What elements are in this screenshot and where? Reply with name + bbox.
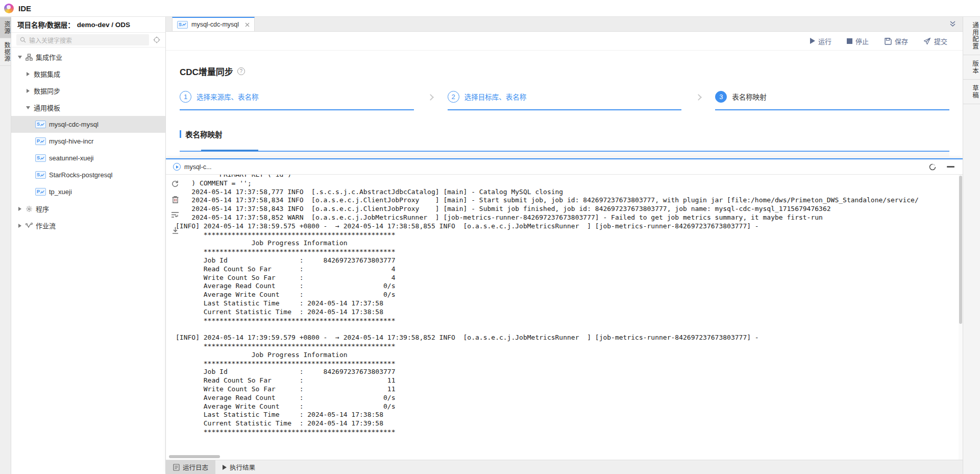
step-1-select-source[interactable]: 1 选择来源库、表名称 (180, 90, 414, 110)
tree-node-label: 数据同步 (34, 86, 60, 96)
tree-leaf-seatunnel-xueji[interactable]: S seatunnel-xueji (11, 150, 165, 167)
tab-exec-result[interactable]: 执行结果 (215, 460, 262, 474)
log-vertical-scrollbar[interactable] (959, 175, 963, 460)
chevron-right-icon (427, 94, 434, 101)
tree-node-label: 通用模板 (34, 103, 60, 112)
rail-tab-draft[interactable]: 草稿 (963, 80, 980, 104)
log-tab-mysql-c[interactable]: mysql-c... (166, 159, 219, 174)
stop-button[interactable]: 停止 (847, 36, 869, 46)
editor-toolbar: 运行 停止 保存 提交 (166, 32, 963, 51)
play-circle-icon (173, 163, 181, 171)
collapse-arrow-icon[interactable] (26, 88, 31, 93)
collapse-arrow-icon[interactable] (17, 223, 22, 228)
job-type-badge: S (35, 121, 46, 128)
expand-arrow-icon[interactable] (26, 105, 31, 110)
tree-node-programs[interactable]: 程序 (11, 200, 165, 217)
mini-chart-icon (182, 22, 186, 27)
reload-icon[interactable] (171, 180, 179, 188)
log-tab-label: mysql-c... (184, 163, 211, 171)
section-marker (180, 130, 181, 138)
editor-content: CDC增量同步 ? 1 选择来源库、表名称 2 选择目标库、表名称 (166, 51, 963, 157)
tree-node-common-templates[interactable]: 通用模板 (11, 99, 165, 116)
editor-tab-label: mysql-cdc-mysql (191, 21, 239, 28)
log-panel: mysql-c... PRIMARY KEY ( id ) ) COMMENT … (166, 158, 963, 474)
rail-tab-general-config[interactable]: 通用配置 (963, 17, 980, 55)
log-output[interactable]: PRIMARY KEY ( id ) ) COMMENT = ''; 2024-… (176, 175, 963, 437)
gear-icon (26, 205, 33, 212)
chevron-right-icon (695, 94, 702, 101)
trash-icon[interactable] (172, 196, 179, 204)
tree-leaf-mysql-cdc-mysql[interactable]: S mysql-cdc-mysql (11, 116, 165, 133)
step-label: 表名称映射 (732, 91, 767, 102)
left-rail: 资源 数据源 (0, 17, 11, 474)
step-number: 1 (180, 91, 191, 103)
project-header: 项目名称/数据层： demo-dev / ODS (11, 17, 165, 32)
log-bottom-tabs: 运行日志 执行结果 (166, 460, 963, 474)
refresh-spinner-icon[interactable] (928, 163, 937, 171)
tree-leaf-label: tp_xueji (49, 188, 72, 196)
job-type-badge: P (35, 137, 46, 145)
paper-plane-icon (923, 37, 931, 45)
search-row: 输入关键字搜索 (11, 32, 165, 48)
chevron-double-down-icon[interactable] (949, 20, 957, 28)
tree-node-data-sync[interactable]: 数据同步 (11, 82, 165, 99)
mini-chart-icon (40, 156, 44, 160)
wizard-steps: 1 选择来源库、表名称 2 选择目标库、表名称 3 表名称映射 (180, 90, 949, 110)
rail-tab-datasources[interactable]: 数据源 (0, 38, 11, 66)
log-horizontal-scrollbar[interactable] (169, 455, 220, 458)
job-type-badge: S (35, 171, 46, 179)
rail-tab-version[interactable]: 版本 (963, 55, 980, 80)
run-icon (810, 38, 815, 44)
right-rail: 通用配置 版本 草稿 (963, 17, 980, 474)
expand-arrow-icon[interactable] (17, 55, 22, 60)
tree-leaf-label: mysql-hive-incr (49, 137, 93, 145)
tree-node-integration-jobs[interactable]: 集成作业 (11, 49, 165, 65)
minimize-icon[interactable] (947, 166, 954, 168)
search-icon (20, 37, 26, 43)
locate-icon[interactable] (153, 36, 160, 43)
tree-node-data-integration[interactable]: 数据集成 (11, 65, 165, 82)
help-icon[interactable]: ? (237, 67, 245, 75)
tree-leaf-tp-xueji[interactable]: P tp_xueji (11, 183, 165, 200)
step-2-select-target[interactable]: 2 选择目标库、表名称 (448, 90, 682, 110)
word-wrap-icon[interactable] (171, 211, 179, 219)
tree-node-workflows[interactable]: 作业流 (11, 217, 165, 234)
download-icon[interactable] (172, 226, 179, 234)
resource-tree: 集成作业 数据集成 数据同步 通用模板 S mysql-cdc-mysql P … (11, 48, 165, 234)
run-button[interactable]: 运行 (810, 36, 831, 46)
editor-tab-mysql-cdc-mysql[interactable]: S mysql-cdc-mysql (172, 17, 255, 31)
tree-node-label: 数据集成 (34, 69, 60, 79)
search-input[interactable]: 输入关键字搜索 (16, 34, 149, 45)
collapse-arrow-icon[interactable] (26, 72, 31, 77)
tree-leaf-label: mysql-cdc-mysql (49, 121, 99, 128)
save-button[interactable]: 保存 (884, 36, 908, 46)
project-value: demo-dev / ODS (77, 21, 130, 29)
section-title: 表名称映射 (185, 129, 223, 139)
step-3-table-mapping[interactable]: 3 表名称映射 (715, 90, 949, 110)
collapse-arrow-icon[interactable] (17, 206, 22, 211)
tree-node-label: 程序 (36, 204, 49, 214)
play-icon (223, 465, 227, 470)
submit-button[interactable]: 提交 (923, 36, 947, 46)
sitemap-icon (26, 54, 33, 61)
tab-run-log[interactable]: 运行日志 (166, 460, 215, 474)
search-placeholder: 输入关键字搜索 (29, 36, 72, 44)
log-document-icon (173, 464, 180, 471)
tree-leaf-starrocks-postgresql[interactable]: S StarRocks-postgresql (11, 167, 165, 183)
rail-tab-resources[interactable]: 资源 (0, 17, 11, 38)
step-label: 选择来源库、表名称 (197, 91, 259, 102)
mapping-table-top (180, 151, 949, 157)
editor-tabstrip: S mysql-cdc-mysql (166, 17, 963, 32)
step-number: 3 (715, 91, 727, 103)
tree-leaf-label: seatunnel-xueji (49, 154, 93, 162)
flow-icon (26, 222, 33, 229)
step-label: 选择目标库、表名称 (464, 91, 527, 102)
close-icon[interactable] (245, 22, 250, 27)
job-type-badge: S (177, 21, 188, 29)
log-panel-header: mysql-c... (166, 159, 963, 175)
tree-leaf-mysql-hive-incr[interactable]: P mysql-hive-incr (11, 133, 165, 150)
mini-chart-icon (40, 173, 44, 177)
log-toolbar (166, 175, 184, 460)
tree-node-label: 作业流 (36, 221, 56, 230)
mini-chart-icon (40, 190, 44, 194)
